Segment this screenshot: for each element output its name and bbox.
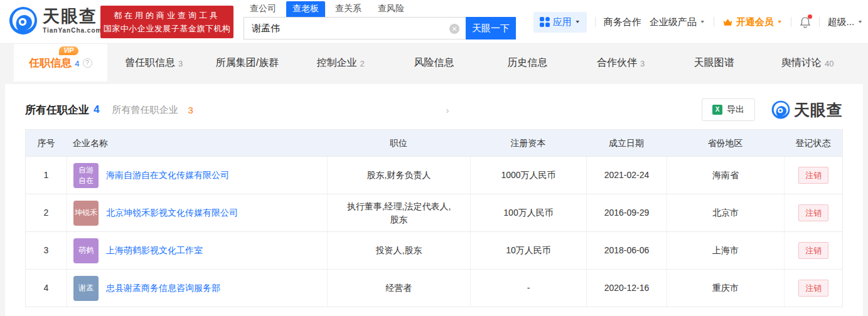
company-cell: 自游 自在 海南自游自在文化传媒有限公司 bbox=[67, 157, 327, 194]
positions-table: 序号企业名称职位注册资本成立日期省份地区登记状态 1 自游 自在 海南自游自在文… bbox=[25, 129, 843, 307]
column-header: 企业名称 bbox=[67, 130, 327, 156]
position-cell: 经营者 bbox=[327, 270, 470, 307]
established-date-cell: 2018-06-06 bbox=[586, 232, 667, 269]
company-cell: 谢孟 忠县谢孟商务信息咨询服务部 bbox=[67, 270, 327, 307]
company-cell: 坤锐禾 北京坤锐禾影视文化传媒有限公司 bbox=[67, 194, 327, 231]
tab-count: 4 bbox=[75, 59, 79, 68]
watermark-logo: 天眼查 bbox=[771, 100, 843, 120]
column-header: 登记状态 bbox=[784, 130, 842, 156]
former-positions-count: 3 bbox=[181, 105, 442, 115]
search-block: 查公司查老板查关系查风险 ✕ 天眼一下 bbox=[244, 2, 516, 40]
section-header-right: X 导出 天眼查 bbox=[702, 98, 843, 121]
company-logo: 谢孟 bbox=[73, 276, 99, 301]
export-button[interactable]: X 导出 bbox=[702, 98, 755, 121]
tianyancha-logo[interactable]: 天眼查 TianYanCha.com bbox=[9, 6, 102, 35]
tab-label: 风险信息 bbox=[414, 56, 454, 70]
top-nav: 应用 ▼ 商务合作 企业级产品 ▼ 开通会员 ▼ 超 bbox=[533, 0, 863, 44]
user-name: 超级... bbox=[828, 16, 855, 28]
tab-0[interactable]: VIP任职信息4? bbox=[14, 44, 107, 82]
tab-count: 40 bbox=[825, 59, 833, 68]
tab-label: 舆情讨论 bbox=[781, 56, 822, 70]
tab-label: 任职信息 bbox=[29, 56, 72, 70]
company-logo: 自游 自在 bbox=[73, 163, 99, 188]
search-tab-3[interactable]: 查风险 bbox=[372, 1, 410, 17]
search-tab-1[interactable]: 查老板 bbox=[286, 1, 325, 17]
tab-2[interactable]: 所属集团/族群 bbox=[201, 44, 294, 82]
section-title: 所有任职企业 bbox=[25, 103, 89, 117]
banner-line2: 国家中小企业发展子基金旗下机构 bbox=[104, 23, 231, 34]
search-input[interactable] bbox=[244, 18, 466, 39]
section-header: 所有任职企业 4 所有曾任职企业 3 › X 导出 天眼查 bbox=[25, 98, 843, 122]
province-cell: 重庆市 bbox=[667, 270, 784, 307]
established-date-cell: 2016-09-29 bbox=[586, 194, 667, 231]
tab-6[interactable]: 合作伙伴3 bbox=[574, 44, 668, 82]
tab-5[interactable]: 历史信息 bbox=[481, 44, 574, 82]
watermark-swirl-icon bbox=[771, 100, 790, 119]
status-cell: 注销 bbox=[784, 157, 842, 194]
status-badge: 注销 bbox=[798, 280, 828, 297]
help-icon[interactable]: ? bbox=[83, 58, 92, 68]
position-cell: 投资人,股东 bbox=[327, 232, 470, 269]
company-logo: 坤锐禾 bbox=[73, 201, 99, 226]
column-header: 序号 bbox=[26, 130, 67, 156]
search-bar: ✕ 天眼一下 bbox=[244, 17, 516, 40]
tab-7[interactable]: 天眼图谱 bbox=[667, 44, 761, 82]
excel-icon: X bbox=[712, 105, 722, 115]
tab-3[interactable]: 控制企业2 bbox=[294, 44, 387, 82]
open-vip-menu[interactable]: 开通会员 ▼ bbox=[722, 16, 783, 28]
search-button[interactable]: 天眼一下 bbox=[466, 17, 516, 40]
apps-menu[interactable]: 应用 ▼ bbox=[533, 12, 587, 33]
column-header: 成立日期 bbox=[586, 130, 667, 156]
search-tab-0[interactable]: 查公司 bbox=[244, 1, 282, 17]
tab-4[interactable]: 风险信息 bbox=[387, 44, 481, 82]
logo-swirl-icon bbox=[9, 6, 38, 35]
status-cell: 注销 bbox=[784, 194, 842, 231]
enterprise-products-menu[interactable]: 企业级产品 ▼ bbox=[650, 16, 705, 28]
clear-icon[interactable]: ✕ bbox=[449, 24, 459, 34]
search-tabs: 查公司查老板查关系查风险 bbox=[244, 2, 516, 17]
position-cell: 股东,财务负责人 bbox=[327, 157, 470, 194]
tab-1[interactable]: 曾任职信息3 bbox=[107, 44, 201, 82]
table-body: 1 自游 自在 海南自游自在文化传媒有限公司 股东,财务负责人 1000万人民币… bbox=[26, 156, 842, 307]
company-link[interactable]: 海南自游自在文化传媒有限公司 bbox=[106, 169, 229, 182]
search-tab-2[interactable]: 查关系 bbox=[329, 1, 368, 17]
status-badge: 注销 bbox=[798, 242, 828, 260]
row-number: 4 bbox=[26, 270, 67, 307]
search-input-wrap: ✕ bbox=[244, 17, 466, 40]
divider bbox=[595, 17, 596, 27]
former-positions-link[interactable]: 所有曾任职企业 3 › bbox=[112, 104, 449, 116]
row-number: 3 bbox=[26, 232, 67, 269]
table-row: 4 谢孟 忠县谢孟商务信息咨询服务部 经营者 - 2020-12-16 重庆市 … bbox=[26, 269, 842, 307]
chevron-down-icon: ▼ bbox=[777, 19, 783, 24]
page-tabs: VIP任职信息4?曾任职信息3所属集团/族群控制企业2风险信息历史信息合作伙伴3… bbox=[0, 44, 868, 82]
table-row: 1 自游 自在 海南自游自在文化传媒有限公司 股东,财务负责人 1000万人民币… bbox=[26, 156, 842, 194]
table-row: 2 坤锐禾 北京坤锐禾影视文化传媒有限公司 执行董事,经理,法定代表人,股东 1… bbox=[26, 194, 842, 231]
apps-label: 应用 bbox=[553, 16, 572, 28]
table-header-row: 序号企业名称职位注册资本成立日期省份地区登记状态 bbox=[26, 130, 842, 156]
column-header: 注册资本 bbox=[470, 130, 586, 156]
tab-label: 曾任职信息 bbox=[125, 56, 175, 70]
divider bbox=[791, 17, 791, 27]
table-row: 3 萌鹤 上海萌鹤影视文化工作室 投资人,股东 10万人民币 2018-06-0… bbox=[26, 231, 842, 269]
status-cell: 注销 bbox=[784, 270, 842, 307]
top-header: 天眼查 TianYanCha.com 都在用的商业查询工具 国家中小企业发展子基… bbox=[0, 0, 868, 44]
status-cell: 注销 bbox=[784, 232, 842, 269]
business-cooperation-link[interactable]: 商务合作 bbox=[604, 16, 641, 28]
column-header: 省份地区 bbox=[667, 130, 784, 156]
tab-8[interactable]: 舆情讨论40 bbox=[761, 44, 854, 82]
notifications-bell[interactable] bbox=[800, 16, 811, 28]
position-cell: 执行董事,经理,法定代表人,股东 bbox=[327, 194, 470, 231]
registered-capital-cell: - bbox=[470, 270, 586, 307]
chevron-down-icon: ▼ bbox=[700, 19, 705, 24]
company-link[interactable]: 忠县谢孟商务信息咨询服务部 bbox=[106, 282, 220, 295]
divider bbox=[714, 17, 714, 27]
logo-title: 天眼查 bbox=[43, 8, 102, 25]
content-card: 所有任职企业 4 所有曾任职企业 3 › X 导出 天眼查 序号企 bbox=[5, 84, 863, 316]
company-link[interactable]: 上海萌鹤影视文化工作室 bbox=[106, 244, 203, 257]
user-account-menu[interactable]: 超级... ▼ bbox=[828, 16, 863, 28]
row-number: 2 bbox=[26, 194, 67, 231]
row-number: 1 bbox=[26, 157, 67, 194]
company-link[interactable]: 北京坤锐禾影视文化传媒有限公司 bbox=[106, 206, 238, 219]
company-cell: 萌鹤 上海萌鹤影视文化工作室 bbox=[67, 232, 327, 269]
tab-label: 所属集团/族群 bbox=[216, 56, 279, 70]
